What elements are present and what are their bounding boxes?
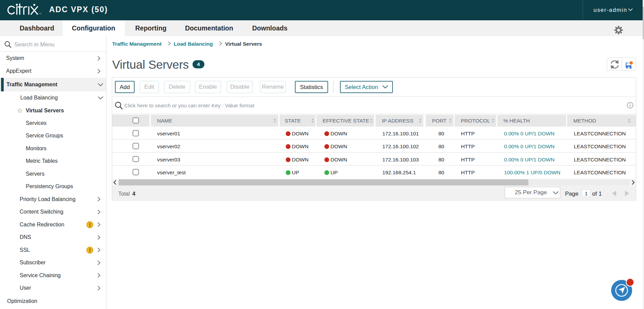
- svg-text:TM: TM: [39, 13, 42, 15]
